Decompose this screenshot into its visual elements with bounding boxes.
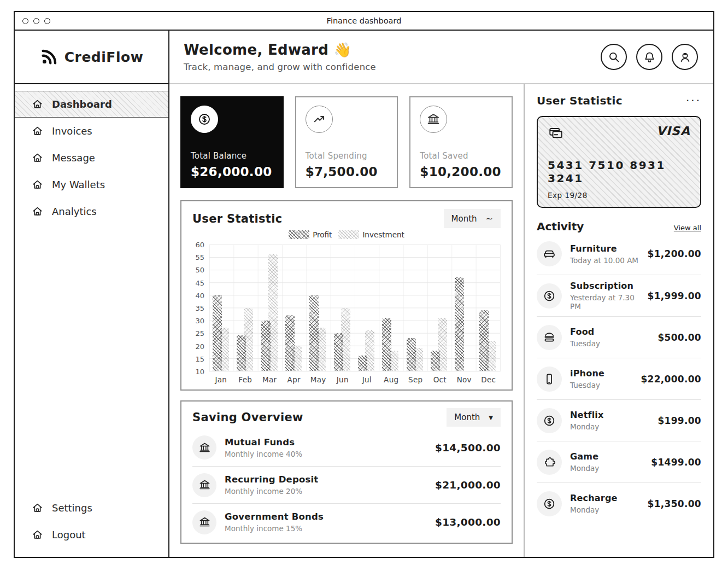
saving-subtitle: Monthly income 20%	[225, 487, 318, 496]
cards-icon	[548, 125, 564, 141]
activity-amount: $1,999.00	[648, 290, 701, 301]
chart-column-jun	[331, 245, 355, 371]
chart-period-dropdown[interactable]: Month	[444, 209, 501, 228]
window-title: Finance dashboard	[15, 16, 713, 25]
activity-amount: $500.00	[657, 332, 701, 343]
profit-bar	[431, 351, 440, 371]
activity-name: Netflix	[570, 410, 604, 420]
saving-row-government-bonds[interactable]: Government Bonds Monthly income 15% $13,…	[192, 503, 501, 540]
saving-amount: $21,000.00	[435, 479, 501, 491]
more-options-icon[interactable]: ···	[686, 98, 701, 103]
y-tick-label: 45	[195, 278, 204, 287]
chart-column-mar	[258, 245, 282, 371]
sidebar-item-logout[interactable]: Logout	[15, 521, 168, 548]
home-icon	[31, 152, 44, 164]
home-icon	[31, 98, 44, 110]
x-tick-label: Mar	[257, 375, 282, 384]
saving-name: Government Bonds	[225, 511, 324, 522]
activity-amount: $22,000.00	[641, 374, 701, 385]
activity-time: Monday	[570, 422, 604, 431]
legend-profit-label: Profit	[313, 230, 332, 239]
activity-amount: $1,350.00	[648, 498, 701, 509]
x-tick-label: May	[306, 375, 331, 384]
sidebar-footer: Settings Logout	[15, 495, 168, 548]
chart-x-axis: JanFebMarAprMayJunJulAugSepOctNovDec	[209, 375, 501, 384]
view-all-link[interactable]: View all	[674, 224, 701, 232]
y-tick-label: 25	[195, 329, 204, 338]
page-title: Welcome, Edward 👋	[184, 42, 376, 58]
saving-row-mutual-funds[interactable]: Mutual Funds Monthly income 40% $14,500.…	[192, 429, 501, 466]
activity-row-furniture[interactable]: Furniture Today at 10.00 AM $1,200.00	[537, 233, 701, 275]
activity-name: Subscription	[570, 281, 639, 291]
sidebar-item-settings[interactable]: Settings	[15, 495, 168, 521]
activity-row-recharge[interactable]: Recharge Monday $1,350.00	[537, 482, 701, 524]
saving-title: Saving Overview	[192, 411, 303, 424]
saving-name: Recurring Deposit	[225, 474, 318, 485]
profit-swatch	[289, 230, 309, 239]
bank-icon	[192, 510, 216, 534]
activity-row-food[interactable]: Food Tuesday $500.00	[537, 316, 701, 358]
saving-amount: $14,500.00	[435, 442, 501, 453]
search-button[interactable]	[601, 44, 627, 70]
activity-row-iphone[interactable]: iPhone Tuesday $22,000.00	[537, 358, 701, 399]
y-tick-label: 10	[195, 368, 204, 376]
sofa-icon	[537, 241, 562, 266]
total-balance-card[interactable]: Total Balance $26,000.00	[180, 96, 284, 188]
activity-row-netflix[interactable]: Netflix Monday $199.00	[537, 399, 701, 441]
saving-name: Mutual Funds	[225, 437, 302, 447]
card-brand: VISA	[656, 124, 690, 138]
activity-amount: $1499.00	[651, 457, 701, 468]
profit-bar	[407, 338, 416, 371]
activity-amount: $1,200.00	[648, 248, 701, 259]
chart-title: User Statistic	[192, 212, 282, 225]
activity-time: Monday	[570, 464, 599, 473]
card-value: $26,000.00	[191, 165, 273, 179]
home-icon	[31, 125, 44, 137]
window-titlebar: Finance dashboard	[15, 12, 713, 31]
total-spending-card[interactable]: Total Spending $7,500.00	[295, 96, 398, 188]
profit-bar	[309, 295, 319, 371]
period-label: Month	[454, 412, 480, 422]
sidebar-item-invoices[interactable]: Invoices	[15, 118, 168, 144]
total-saved-card[interactable]: Total Saved $10,200.00	[409, 96, 513, 188]
activity-name: Furniture	[570, 243, 638, 254]
wave-emoji: 👋	[333, 42, 351, 58]
user-statistic-panel: User Statistic Month Profit	[180, 200, 513, 391]
chart-column-dec	[476, 245, 500, 371]
notifications-button[interactable]	[636, 44, 662, 70]
profit-bar	[261, 321, 271, 371]
profit-bar	[213, 295, 222, 371]
y-tick-label: 55	[195, 253, 204, 261]
y-tick-label: 50	[195, 266, 204, 274]
card-label: Total Balance	[191, 151, 273, 161]
saving-row-recurring-deposit[interactable]: Recurring Deposit Monthly income 20% $21…	[192, 466, 501, 503]
home-icon	[31, 205, 44, 218]
legend-investment-label: Investment	[362, 230, 404, 239]
chart-column-feb	[233, 245, 257, 371]
activity-time: Tuesday	[570, 339, 600, 348]
profit-bar	[382, 318, 391, 371]
activity-amount: $199.00	[657, 415, 701, 426]
chart-column-aug	[379, 245, 403, 371]
sidebar-item-label: Dashboard	[52, 98, 112, 110]
x-tick-label: Nov	[452, 375, 477, 384]
dollar-icon	[191, 106, 218, 133]
sidebar-item-my-wallets[interactable]: My Wallets	[15, 171, 168, 198]
card-value: $10,200.00	[420, 165, 502, 179]
card-number: 5431 7510 8931 3241	[548, 159, 690, 185]
sidebar-item-label: Message	[52, 152, 95, 164]
saving-overview-panel: Saving Overview Month Mutual Funds Month…	[180, 400, 513, 544]
sidebar-item-label: Invoices	[52, 125, 92, 137]
saving-period-dropdown[interactable]: Month	[447, 408, 501, 427]
sidebar-item-analytics[interactable]: Analytics	[15, 198, 168, 225]
saving-subtitle: Monthly income 15%	[225, 524, 324, 533]
chart-column-jul	[355, 245, 379, 371]
activity-row-game[interactable]: Game Monday $1499.00	[537, 441, 701, 482]
page-subtitle: Track, manage, and grow with confidence	[184, 62, 376, 72]
sidebar-item-dashboard[interactable]: Dashboard	[15, 91, 168, 118]
greeting-text: Welcome, Edward	[184, 42, 328, 58]
sidebar-item-message[interactable]: Message	[15, 144, 168, 171]
profile-button[interactable]	[672, 44, 698, 70]
x-tick-label: Dec	[477, 375, 501, 384]
activity-row-subscription[interactable]: Subscription Yesterday at 7.30 PM $1,999…	[537, 275, 701, 316]
